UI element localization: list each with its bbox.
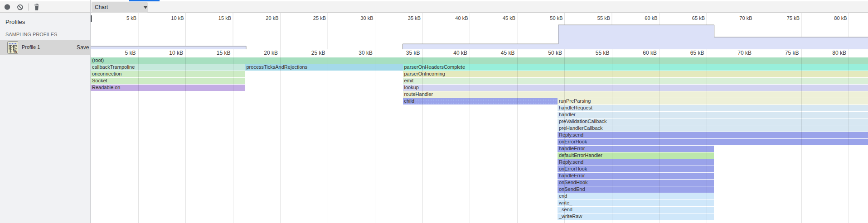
svg-text:%: % (13, 48, 18, 54)
